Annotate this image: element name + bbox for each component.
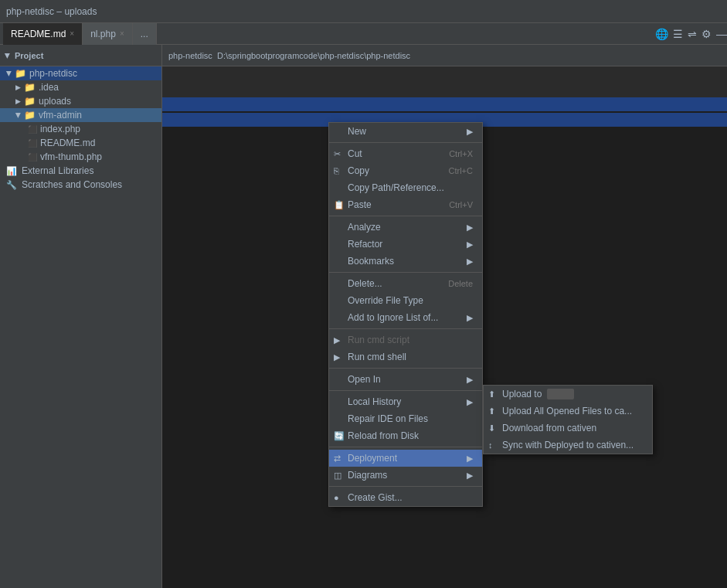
menu-item-delete[interactable]: Delete... Delete bbox=[329, 275, 482, 292]
uploads-folder-icon: 📁 bbox=[24, 96, 36, 107]
external-label: External Libraries bbox=[22, 165, 93, 176]
menu-item-analyze[interactable]: Analyze ▶ bbox=[329, 219, 482, 236]
settings-icon[interactable]: ⚙ bbox=[702, 28, 712, 40]
tree-item-idea[interactable]: ▶ 📁 .idea bbox=[0, 80, 161, 94]
menu-item-run-cmd-shell[interactable]: ▶ Run cmd shell bbox=[329, 348, 482, 365]
menu-item-bookmarks[interactable]: Bookmarks ▶ bbox=[329, 253, 482, 270]
title-bar: php-netdisc – uploads bbox=[0, 0, 727, 23]
add-ignore-label: Add to Ignore List of... bbox=[348, 312, 438, 323]
refactor-label: Refactor bbox=[348, 239, 382, 250]
menu-item-cut[interactable]: ✂ Cut Ctrl+X bbox=[329, 145, 482, 162]
open-in-label: Open In bbox=[348, 374, 381, 385]
menu-item-refactor[interactable]: Refactor ▶ bbox=[329, 236, 482, 253]
tree-item-indexphp[interactable]: ⬛ index.php bbox=[0, 122, 161, 136]
menu-item-paste[interactable]: 📋 Paste Ctrl+V bbox=[329, 196, 482, 213]
copy-label: Copy bbox=[348, 165, 369, 176]
readmemd-label: README.md bbox=[40, 138, 95, 148]
indexphp-label: index.php bbox=[40, 124, 80, 134]
menu-item-deployment[interactable]: ⇄ Deployment ▶ bbox=[329, 450, 482, 467]
tree-item-vfmadmin[interactable]: ▶ 📁 vfm-admin bbox=[0, 108, 161, 122]
tab-readme[interactable]: README.md × bbox=[3, 23, 83, 45]
menu-item-create-gist[interactable]: ● Create Gist... bbox=[329, 489, 482, 506]
bookmarks-label: Bookmarks bbox=[348, 256, 394, 267]
deployment-arrow-icon: ▶ bbox=[467, 454, 473, 464]
upload-to-icon: ⬆ bbox=[488, 389, 495, 399]
phpnetdisc-arrow-icon: ▶ bbox=[5, 71, 13, 76]
deploy-upload-to[interactable]: ⬆ Upload to bbox=[484, 386, 652, 403]
create-gist-label: Create Gist... bbox=[348, 492, 403, 503]
tab-readme-label: README.md bbox=[11, 29, 66, 39]
cut-shortcut: Ctrl+X bbox=[433, 149, 473, 158]
menu-item-diagrams[interactable]: ◫ Diagrams ▶ bbox=[329, 467, 482, 484]
download-from-label: Download from cativen bbox=[502, 423, 596, 433]
menu-item-open-in[interactable]: Open In ▶ bbox=[329, 371, 482, 388]
phpnetdisc-label: php-netdisc bbox=[29, 68, 77, 79]
menu-item-override-file-type[interactable]: Override File Type bbox=[329, 292, 482, 309]
tab-nlphp[interactable]: nl.php × bbox=[83, 23, 133, 45]
menu-item-repair-ide[interactable]: Repair IDE on Files bbox=[329, 410, 482, 427]
sep-5 bbox=[329, 368, 482, 369]
idea-label: .idea bbox=[39, 82, 59, 93]
copy-shortcut: Ctrl+C bbox=[433, 166, 473, 175]
indexphp-file-icon: ⬛ bbox=[28, 125, 37, 134]
tab-readme-close[interactable]: × bbox=[70, 29, 74, 38]
download-from-icon: ⬇ bbox=[488, 423, 495, 433]
app-title: php-netdisc – uploads bbox=[6, 6, 97, 17]
toolbar-icons: 🌐 ☰ ⇌ ⚙ — bbox=[655, 28, 727, 40]
context-menu: New ▶ ✂ Cut Ctrl+X ⎘ Copy Ctrl+C Copy Pa… bbox=[328, 122, 483, 507]
sep-2 bbox=[329, 216, 482, 216]
sep-1 bbox=[329, 142, 482, 143]
sep-6 bbox=[329, 390, 482, 391]
content-top-bar: php-netdisc D:\springbootprogramcode\php… bbox=[162, 45, 727, 66]
menu-item-run-cmd-script: ▶ Run cmd script bbox=[329, 331, 482, 348]
vfmadmin-folder-icon: 📁 bbox=[24, 110, 36, 121]
diagrams-icon: ◫ bbox=[334, 471, 341, 481]
menu-item-copy[interactable]: ⎘ Copy Ctrl+C bbox=[329, 162, 482, 179]
tree-item-scratches[interactable]: 🔧 Scratches and Consoles bbox=[0, 178, 161, 192]
upload-all-icon: ⬆ bbox=[488, 406, 495, 416]
deploy-sync-with[interactable]: ↕ Sync with Deployed to cativen... bbox=[484, 437, 652, 454]
reload-label: Reload from Disk bbox=[348, 430, 419, 441]
menu-item-local-history[interactable]: Local History ▶ bbox=[329, 393, 482, 410]
menu-item-new[interactable]: New ▶ bbox=[329, 123, 482, 140]
diagrams-arrow-icon: ▶ bbox=[467, 471, 473, 481]
vfmadmin-label: vfm-admin bbox=[39, 110, 82, 121]
globe-icon[interactable]: 🌐 bbox=[655, 28, 668, 40]
cut-icon: ✂ bbox=[334, 149, 341, 159]
tree-item-readmemd[interactable]: ⬛ README.md bbox=[0, 136, 161, 150]
vfmadmin-arrow-icon: ▶ bbox=[15, 113, 22, 118]
paste-shortcut: Ctrl+V bbox=[433, 200, 473, 209]
vfmthumb-file-icon: ⬛ bbox=[28, 153, 37, 161]
deployment-icon: ⇄ bbox=[334, 454, 341, 464]
tree-item-uploads[interactable]: ▶ 📁 uploads bbox=[0, 94, 161, 108]
new-arrow-icon: ▶ bbox=[467, 127, 473, 137]
vfmthumb-label: vfm-thumb.php bbox=[40, 151, 102, 162]
bookmarks-arrow-icon: ▶ bbox=[467, 257, 473, 267]
tab-extra[interactable]: ... bbox=[133, 23, 157, 45]
tab-nlphp-close[interactable]: × bbox=[120, 29, 124, 38]
deploy-upload-all[interactable]: ⬆ Upload All Opened Files to ca... bbox=[484, 403, 652, 420]
readmemd-file-icon: ⬛ bbox=[28, 139, 37, 148]
deploy-download-from[interactable]: ⬇ Download from cativen bbox=[484, 420, 652, 437]
server-name-blurred bbox=[547, 389, 574, 399]
phpnetdisc-folder-icon: 📁 bbox=[15, 68, 26, 79]
menu-item-add-ignore[interactable]: Add to Ignore List of... ▶ bbox=[329, 309, 482, 326]
tab-nlphp-label: nl.php bbox=[90, 29, 116, 39]
menu-item-reload[interactable]: 🔄 Reload from Disk bbox=[329, 427, 482, 444]
tree-item-external[interactable]: 📊 External Libraries bbox=[0, 164, 161, 178]
split-icon[interactable]: ⇌ bbox=[688, 28, 697, 40]
menu-item-copy-path[interactable]: Copy Path/Reference... bbox=[329, 179, 482, 196]
upload-to-label: Upload to bbox=[502, 389, 574, 399]
copy-icon: ⎘ bbox=[334, 166, 339, 175]
analyze-label: Analyze bbox=[348, 222, 381, 233]
override-file-type-label: Override File Type bbox=[348, 295, 423, 306]
tree-item-phpnetdisc[interactable]: ▶ 📁 php-netdisc bbox=[0, 66, 161, 80]
main-layout: ▶ Project ▶ 📁 php-netdisc ▶ 📁 .idea ▶ 📁 … bbox=[0, 45, 727, 588]
tree-item-vfmthumb[interactable]: ⬛ vfm-thumb.php bbox=[0, 150, 161, 164]
list-icon[interactable]: ☰ bbox=[673, 28, 683, 40]
add-ignore-arrow-icon: ▶ bbox=[467, 313, 473, 323]
tab-extra-label: ... bbox=[141, 29, 148, 39]
minimize-icon[interactable]: — bbox=[716, 28, 727, 40]
run-cmd-script-label: Run cmd script bbox=[348, 335, 409, 345]
sync-with-label: Sync with Deployed to cativen... bbox=[502, 440, 634, 450]
